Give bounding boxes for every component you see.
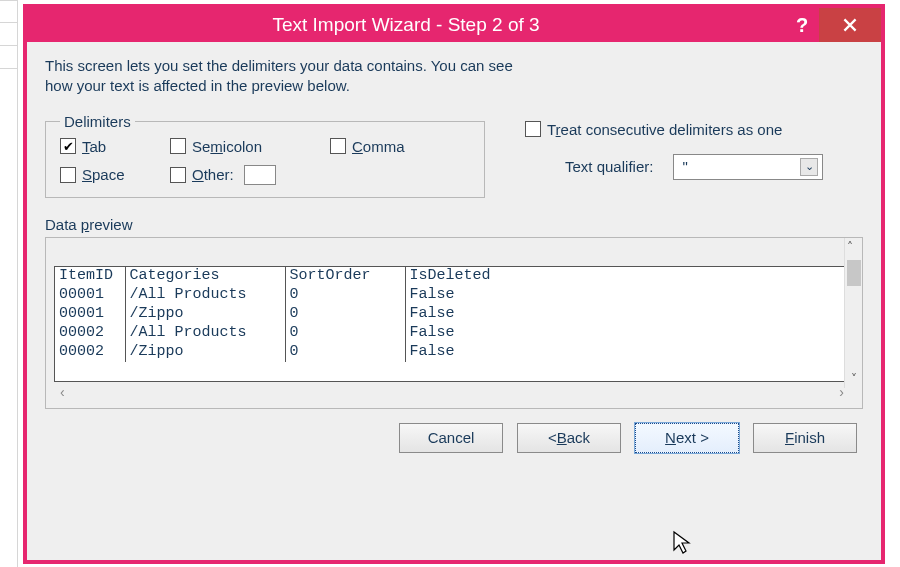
- scroll-up-icon[interactable]: ˄: [847, 238, 861, 256]
- preview-cell: 0: [285, 343, 405, 362]
- preview-cell: False: [405, 286, 849, 305]
- table-row: 00002/All Products0False: [55, 324, 849, 343]
- dialog-titlebar[interactable]: Text Import Wizard - Step 2 of 3 ?: [27, 8, 881, 42]
- preview-cell: /All Products: [125, 324, 285, 343]
- checkbox-tab[interactable]: Tab: [60, 138, 170, 155]
- data-preview-box[interactable]: ItemIDCategoriesSortOrderIsDeleted00001/…: [54, 266, 850, 382]
- text-qualifier-value: ": [682, 158, 687, 175]
- scroll-down-icon[interactable]: ˅: [851, 370, 857, 388]
- table-row: 00002/Zippo0False: [55, 343, 849, 362]
- other-delimiter-input[interactable]: [244, 165, 276, 185]
- text-qualifier-select[interactable]: " ⌄: [673, 154, 823, 180]
- dialog-button-row: Cancel < Back Next > Finish: [45, 423, 863, 453]
- delimiters-legend: Delimiters: [60, 113, 135, 130]
- checkbox-other[interactable]: Other:: [170, 165, 330, 185]
- close-button[interactable]: [819, 8, 881, 42]
- preview-header-cell: SortOrder: [285, 267, 405, 286]
- dialog-title: Text Import Wizard - Step 2 of 3: [27, 14, 785, 36]
- preview-cell: 00002: [55, 324, 125, 343]
- checkbox-comma[interactable]: Comma: [330, 138, 450, 155]
- preview-cell: False: [405, 305, 849, 324]
- data-preview-frame: ItemIDCategoriesSortOrderIsDeleted00001/…: [45, 237, 863, 409]
- cancel-button[interactable]: Cancel: [399, 423, 503, 453]
- data-preview-label: Data preview: [45, 216, 863, 233]
- preview-header-cell: Categories: [125, 267, 285, 286]
- spreadsheet-grid: [0, 0, 18, 567]
- finish-button[interactable]: Finish: [753, 423, 857, 453]
- chevron-down-icon: ⌄: [800, 158, 818, 176]
- preview-cell: 0: [285, 324, 405, 343]
- checkbox-icon: [60, 167, 76, 183]
- preview-cell: False: [405, 343, 849, 362]
- preview-cell: False: [405, 324, 849, 343]
- preview-cell: /Zippo: [125, 305, 285, 324]
- checkbox-icon: [60, 138, 76, 154]
- horizontal-scrollbar[interactable]: ‹ ›: [54, 382, 850, 400]
- help-button[interactable]: ?: [785, 14, 819, 37]
- delimiters-group: Delimiters Tab Semicolon Comma: [45, 113, 485, 198]
- table-row: 00001/All Products0False: [55, 286, 849, 305]
- text-qualifier-label: Text qualifier:: [565, 158, 653, 175]
- checkbox-space[interactable]: Space: [60, 166, 170, 183]
- preview-cell: 00001: [55, 286, 125, 305]
- text-import-wizard-dialog: Text Import Wizard - Step 2 of 3 ? This …: [23, 4, 885, 564]
- preview-cell: 0: [285, 286, 405, 305]
- scroll-left-icon[interactable]: ‹: [60, 384, 65, 400]
- checkbox-icon: [330, 138, 346, 154]
- checkbox-icon: [170, 167, 186, 183]
- preview-cell: /Zippo: [125, 343, 285, 362]
- preview-cell: 00002: [55, 343, 125, 362]
- preview-cell: 00001: [55, 305, 125, 324]
- checkbox-icon: [170, 138, 186, 154]
- next-button[interactable]: Next >: [635, 423, 739, 453]
- checkbox-treat-consecutive[interactable]: Treat consecutive delimiters as one: [525, 121, 863, 138]
- back-button[interactable]: < Back: [517, 423, 621, 453]
- checkbox-semicolon[interactable]: Semicolon: [170, 138, 330, 155]
- preview-cell: 0: [285, 305, 405, 324]
- instruction-text: This screen lets you set the delimiters …: [45, 56, 863, 97]
- vertical-scrollbar[interactable]: ˄ ˅: [844, 238, 862, 388]
- preview-cell: /All Products: [125, 286, 285, 305]
- preview-header-cell: ItemID: [55, 267, 125, 286]
- checkbox-icon: [525, 121, 541, 137]
- close-icon: [843, 18, 857, 32]
- table-row: 00001/Zippo0False: [55, 305, 849, 324]
- preview-header-cell: IsDeleted: [405, 267, 849, 286]
- scrollbar-thumb[interactable]: [847, 260, 861, 286]
